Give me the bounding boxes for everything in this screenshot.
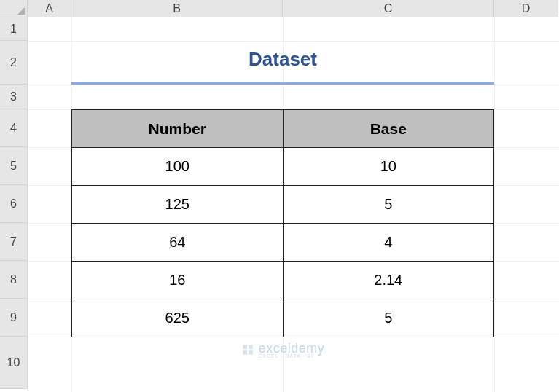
- cell-base[interactable]: 4: [283, 224, 493, 262]
- dataset-title: Dataset: [71, 41, 494, 85]
- cell-base[interactable]: 2.14: [283, 262, 493, 299]
- row-header-5[interactable]: 5: [0, 147, 28, 185]
- row-header-3[interactable]: 3: [0, 85, 28, 109]
- table-row: 16 2.14: [72, 262, 494, 299]
- cell-number[interactable]: 16: [72, 262, 284, 299]
- data-table: Number Base 100 10 125 5 64 4: [71, 109, 494, 337]
- row-header-6[interactable]: 6: [0, 185, 28, 223]
- row-header-1[interactable]: 1: [0, 17, 28, 41]
- col-header-b[interactable]: B: [71, 0, 283, 17]
- row-header-10[interactable]: 10: [0, 337, 28, 389]
- table-row: 125 5: [72, 186, 494, 224]
- cell-base[interactable]: 5: [283, 186, 493, 224]
- spreadsheet: A B C D 1 2 3 4 5 6 7 8 9 10: [0, 0, 559, 392]
- row-header-9[interactable]: 9: [0, 299, 28, 337]
- gridline: [494, 17, 495, 392]
- header-base[interactable]: Base: [283, 110, 493, 148]
- row-header-4[interactable]: 4: [0, 109, 28, 147]
- row-header-2[interactable]: 2: [0, 41, 28, 85]
- watermark-text: exceldemy EXCEL · DATA · BI: [259, 342, 325, 358]
- cell-number[interactable]: 64: [72, 224, 284, 262]
- row-header-7[interactable]: 7: [0, 223, 28, 261]
- cell-base[interactable]: 5: [283, 299, 493, 337]
- grid-area[interactable]: Dataset Number Base 100 10 125 5: [28, 17, 559, 392]
- gridline: [28, 85, 559, 85]
- table-row: 64 4: [72, 224, 494, 262]
- header-number[interactable]: Number: [72, 110, 284, 148]
- watermark: exceldemy EXCEL · DATA · BI: [71, 337, 494, 363]
- table-row: 100 10: [72, 148, 494, 186]
- cell-number[interactable]: 100: [72, 148, 284, 186]
- cell-number[interactable]: 625: [72, 299, 284, 337]
- table-header-row: Number Base: [72, 110, 494, 148]
- watermark-sub: EXCEL · DATA · BI: [259, 353, 313, 358]
- column-headers: A B C D: [0, 0, 559, 17]
- col-header-d[interactable]: D: [494, 0, 558, 17]
- col-header-a[interactable]: A: [28, 0, 71, 17]
- select-all-corner[interactable]: [0, 0, 28, 17]
- row-headers: 1 2 3 4 5 6 7 8 9 10: [0, 17, 28, 392]
- col-header-c[interactable]: C: [283, 0, 494, 17]
- cell-number[interactable]: 125: [72, 186, 284, 224]
- logo-icon: [241, 343, 254, 356]
- table-row: 625 5: [72, 299, 494, 337]
- row-header-8[interactable]: 8: [0, 261, 28, 299]
- cell-base[interactable]: 10: [283, 148, 493, 186]
